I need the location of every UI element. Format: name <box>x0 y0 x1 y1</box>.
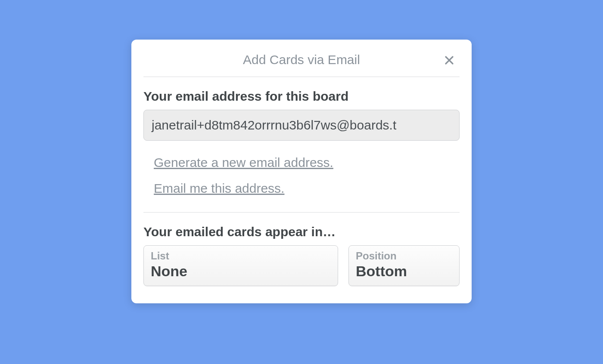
board-email-field[interactable]: janetrail+d8tm842orrrnu3b6l7ws@boards.t <box>143 110 460 141</box>
modal-header: Add Cards via Email <box>143 40 460 77</box>
email-address-section: Your email address for this board janetr… <box>143 89 460 207</box>
cards-appear-section: Your emailed cards appear in… List None … <box>143 225 460 286</box>
email-links: Generate a new email address. Email me t… <box>143 155 460 207</box>
position-selector-value: Bottom <box>356 263 452 280</box>
add-cards-via-email-modal: Add Cards via Email Your email address f… <box>131 40 472 303</box>
selectors-row: List None Position Bottom <box>143 245 460 286</box>
position-selector[interactable]: Position Bottom <box>348 245 460 286</box>
list-selector-value: None <box>151 263 331 280</box>
email-address-heading: Your email address for this board <box>143 89 460 104</box>
modal-title: Add Cards via Email <box>243 52 360 67</box>
cards-appear-heading: Your emailed cards appear in… <box>143 225 460 239</box>
list-selector[interactable]: List None <box>143 245 338 286</box>
list-selector-label: List <box>151 250 331 262</box>
position-selector-label: Position <box>356 250 452 262</box>
close-button[interactable] <box>441 52 457 68</box>
email-me-address-link[interactable]: Email me this address. <box>154 181 284 196</box>
section-divider <box>143 212 460 213</box>
generate-new-email-link[interactable]: Generate a new email address. <box>154 155 333 170</box>
close-icon <box>444 52 454 68</box>
